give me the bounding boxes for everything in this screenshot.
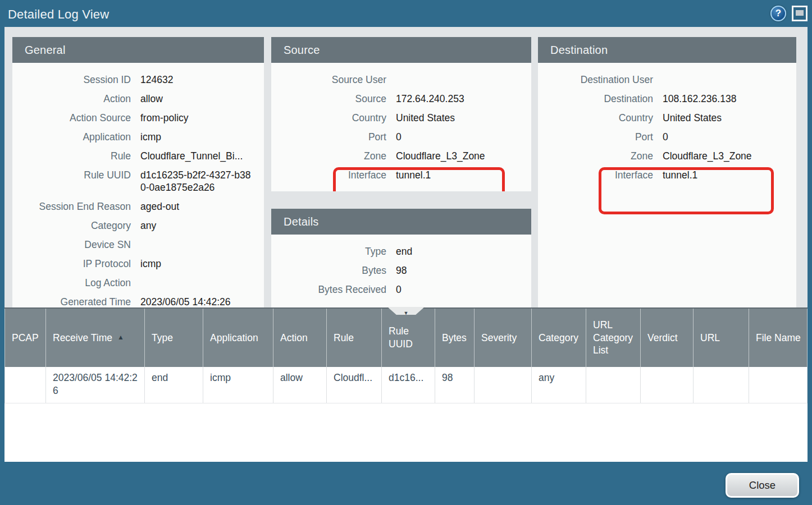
column-header-file-name[interactable]: File Name [749, 309, 808, 367]
column-header-rule-uuid[interactable]: Rule UUID [382, 309, 435, 367]
cell-severity [475, 367, 532, 403]
field-source-port: Port0 [271, 127, 531, 146]
field-source-zone: ZoneCloudflare_L3_Zone [271, 146, 531, 166]
field-generated-time: Generated Time2023/06/05 14:42:26 [12, 292, 264, 307]
cell-category: any [532, 367, 586, 403]
field-rule-uuid: Rule UUIDd1c16235-b2f2-4327-b380-0ae1875… [12, 166, 264, 197]
field-bytes-received: Bytes Received0 [271, 280, 531, 299]
cell-rule: Cloudfl... [327, 367, 382, 403]
cell-bytes: 98 [435, 367, 475, 403]
cell-application: icmp [203, 367, 273, 403]
field-category: Categoryany [12, 216, 264, 235]
field-action: Actionallow [12, 89, 264, 108]
source-panel: Source Source User Source172.64.240.253 … [271, 37, 531, 191]
column-header-category[interactable]: Category [532, 309, 586, 367]
general-panel-title: General [12, 37, 264, 63]
field-session-id: Session ID124632 [12, 70, 264, 89]
details-panel-body: Typeend Bytes98 Bytes Received0 [271, 235, 531, 299]
column-header-severity[interactable]: Severity [475, 309, 532, 367]
field-bytes: Bytes98 [271, 261, 531, 280]
details-panel: Details Typeend Bytes98 Bytes Received0 [271, 209, 531, 307]
cell-action: allow [273, 367, 327, 403]
destination-panel-title: Destination [538, 37, 796, 63]
cell-verdict [641, 367, 694, 403]
column-header-bytes[interactable]: Bytes [435, 309, 475, 367]
field-source-user: Source User [271, 70, 531, 89]
table-row[interactable]: 2023/06/05 14:42:26 end icmp allow Cloud… [4, 367, 808, 403]
source-panel-title: Source [271, 37, 531, 63]
column-header-receive-time[interactable]: Receive Time▲ [46, 309, 145, 367]
cell-url [694, 367, 749, 403]
column-header-rule[interactable]: Rule [327, 309, 382, 367]
title-bar: Detailed Log View ? [0, 0, 812, 27]
detailed-log-view-dialog: Detailed Log View ? General Session ID12… [0, 0, 812, 505]
destination-panel: Destination Destination User Destination… [538, 37, 796, 307]
dialog-content: General Session ID124632 Actionallow Act… [4, 27, 808, 462]
general-panel: General Session ID124632 Actionallow Act… [12, 37, 264, 307]
cell-receive-time: 2023/06/05 14:42:26 [46, 367, 145, 403]
field-application: Applicationicmp [12, 127, 264, 146]
help-icon[interactable]: ? [770, 6, 786, 21]
field-destination-interface: Interfacetunnel.1 [538, 166, 796, 185]
column-header-action[interactable]: Action [273, 309, 327, 367]
cell-type: end [145, 367, 203, 403]
maximize-icon[interactable] [792, 6, 808, 21]
column-header-url-category-list[interactable]: URL Category List [586, 309, 641, 367]
field-destination-port: Port0 [538, 127, 796, 146]
destination-panel-body: Destination User Destination108.162.236.… [538, 63, 796, 185]
source-panel-body: Source User Source172.64.240.253 Country… [271, 63, 531, 185]
field-destination: Destination108.162.236.138 [538, 89, 796, 108]
sort-ascending-icon: ▲ [117, 333, 124, 342]
close-button[interactable]: Close [726, 473, 799, 498]
field-destination-user: Destination User [538, 70, 796, 89]
general-panel-body: Session ID124632 Actionallow Action Sour… [12, 63, 264, 307]
column-header-application[interactable]: Application [203, 309, 273, 367]
field-ip-protocol: IP Protocolicmp [12, 254, 264, 273]
dialog-title: Detailed Log View [8, 7, 109, 22]
cell-file-name [749, 367, 808, 403]
column-header-type[interactable]: Type [145, 309, 203, 367]
log-table: ▼ PCAP Receive Time▲ Type Application Ac… [4, 307, 808, 462]
log-table-header: PCAP Receive Time▲ Type Application Acti… [4, 309, 808, 367]
field-source-interface: Interfacetunnel.1 [271, 166, 531, 185]
field-action-source: Action Sourcefrom-policy [12, 108, 264, 127]
field-device-sn: Device SN [12, 235, 264, 254]
field-destination-country: CountryUnited States [538, 108, 796, 127]
column-header-url[interactable]: URL [694, 309, 749, 367]
column-header-pcap[interactable]: PCAP [4, 309, 46, 367]
details-panel-title: Details [271, 209, 531, 235]
column-header-verdict[interactable]: Verdict [641, 309, 694, 367]
field-rule: RuleCloudflare_Tunnel_Bi... [12, 146, 264, 166]
cell-url-category-list [586, 367, 641, 403]
maximize-icon-inner [796, 10, 804, 16]
cell-rule-uuid: d1c16... [382, 367, 435, 403]
field-type: Typeend [271, 242, 531, 261]
field-session-end-reason: Session End Reasonaged-out [12, 197, 264, 216]
field-source: Source172.64.240.253 [271, 89, 531, 108]
cell-pcap [4, 367, 46, 403]
field-source-country: CountryUnited States [271, 108, 531, 127]
field-destination-zone: ZoneCloudflare_L3_Zone [538, 146, 796, 166]
field-log-action: Log Action [12, 273, 264, 292]
